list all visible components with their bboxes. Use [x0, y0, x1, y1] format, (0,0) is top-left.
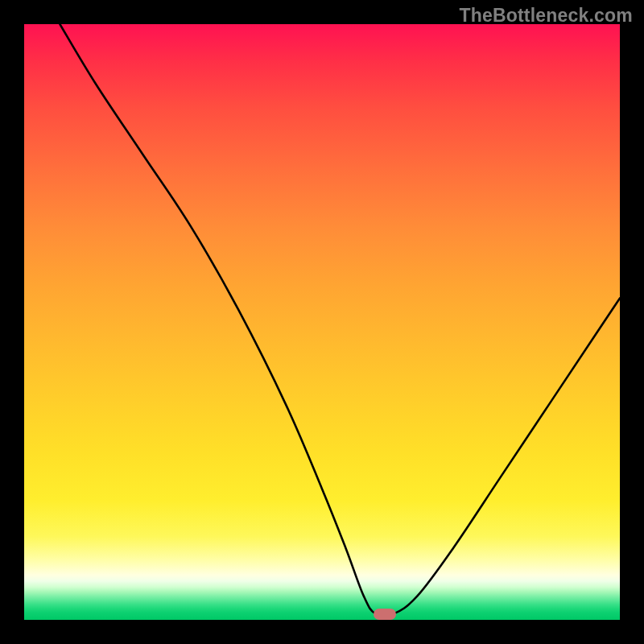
- bottleneck-curve-path: [60, 24, 620, 617]
- chart-container: TheBottleneck.com: [0, 0, 644, 644]
- curve-layer: [24, 24, 620, 620]
- plot-area: [24, 24, 620, 620]
- optimal-marker: [374, 609, 396, 620]
- watermark-text: TheBottleneck.com: [459, 5, 633, 27]
